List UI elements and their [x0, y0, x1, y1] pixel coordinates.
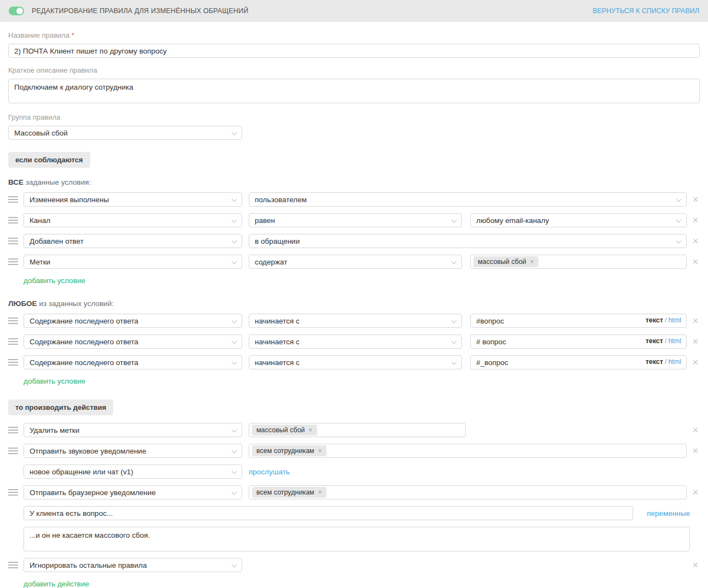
condition-value-wrap: текст/html — [470, 334, 687, 349]
select-value: пользователем — [255, 196, 307, 204]
tag-chip: массовый сбой × — [473, 256, 539, 267]
condition-field-select[interactable]: Изменения выполнены — [24, 192, 242, 207]
close-icon[interactable]: × — [691, 357, 700, 367]
drag-handle-icon[interactable] — [8, 196, 18, 203]
drag-handle-icon[interactable] — [8, 427, 18, 433]
add-condition-link[interactable]: добавить условие — [24, 377, 85, 385]
drag-handle-icon[interactable] — [8, 489, 18, 496]
select-value: любому email-каналу — [476, 216, 549, 225]
close-icon[interactable]: × — [691, 215, 700, 225]
remove-tag-icon[interactable]: × — [530, 258, 534, 266]
listen-link[interactable]: прослушать — [249, 468, 290, 476]
rule-group-select[interactable]: Массовый сбой — [8, 126, 242, 140]
close-icon[interactable]: × — [691, 195, 700, 204]
mode-text-label: текст — [646, 316, 663, 324]
condition-field-select[interactable]: Содержание последнего ответа — [24, 355, 242, 369]
drag-handle-icon[interactable] — [8, 217, 18, 224]
select-value: Отправить звуковое уведомление — [30, 447, 146, 455]
condition-row: Содержание последнего ответа начинается … — [8, 355, 700, 369]
condition-row: Содержание последнего ответа начинается … — [8, 314, 700, 328]
drag-handle-icon[interactable] — [8, 562, 18, 568]
mode-html-link[interactable]: html — [668, 337, 681, 345]
mode-text-label: текст — [646, 337, 663, 345]
action-tags-field[interactable]: массовый сбой × — [249, 423, 466, 437]
condition-row: Канал равен любому email-каналу × — [8, 213, 700, 227]
back-to-rules-link[interactable]: ВЕРНУТЬСЯ К СПИСКУ ПРАВИЛ — [593, 7, 699, 15]
close-icon[interactable]: × — [691, 487, 700, 497]
condition-operator-select[interactable]: равен — [249, 213, 462, 227]
mode-html-link[interactable]: html — [668, 358, 681, 366]
then-actions-badge: то производить действия — [8, 399, 113, 415]
condition-field-select[interactable]: Содержание последнего ответа — [24, 314, 242, 328]
select-value: начинается с — [255, 338, 300, 346]
sound-select[interactable]: новое обращение или чат (v1) — [24, 464, 242, 479]
condition-operator-select[interactable]: начинается с — [249, 334, 462, 349]
close-icon[interactable]: × — [691, 236, 700, 246]
chevron-down-icon — [676, 217, 682, 223]
close-icon[interactable]: × — [691, 446, 700, 456]
chevron-down-icon — [232, 259, 237, 264]
condition-field-select[interactable]: Метки — [24, 255, 242, 269]
drag-handle-icon[interactable] — [8, 317, 18, 324]
condition-operator-select[interactable]: начинается с — [249, 314, 462, 328]
variables-link[interactable]: переменные — [647, 509, 690, 518]
select-value: Канал — [30, 216, 50, 225]
rule-enabled-toggle[interactable] — [9, 7, 24, 15]
rule-description-textarea[interactable]: Подключаем к диалогу сотрудника — [8, 79, 700, 103]
action-row: Игнорировать остальные правила × — [8, 558, 700, 572]
chevron-down-icon — [232, 490, 237, 495]
remove-tag-icon[interactable]: × — [318, 447, 322, 455]
drag-handle-icon[interactable] — [8, 359, 18, 366]
close-icon[interactable]: × — [691, 425, 700, 435]
chevron-down-icon — [232, 448, 237, 454]
toggle-knob — [16, 8, 23, 14]
notification-title-input[interactable] — [24, 506, 633, 520]
drag-handle-icon[interactable] — [8, 338, 18, 345]
condition-value-select[interactable]: любому email-каналу — [470, 213, 687, 227]
close-icon[interactable]: × — [691, 316, 700, 326]
select-value: Содержание последнего ответа — [30, 338, 138, 346]
condition-operator-select[interactable]: пользователем — [249, 192, 687, 207]
action-row: Отправить браузерное уведомление всем со… — [8, 485, 700, 499]
tag-chip: всем сотрудникам × — [252, 445, 326, 456]
action-type-select[interactable]: Удалить метки — [24, 423, 242, 437]
mode-html-link[interactable]: html — [668, 316, 681, 324]
value-mode-switch: текст/html — [646, 358, 681, 366]
action-type-select[interactable]: Отправить звуковое уведомление — [24, 444, 242, 458]
condition-field-select[interactable]: Канал — [24, 213, 242, 227]
tag-chip: всем сотрудникам × — [252, 487, 326, 498]
action-type-select[interactable]: Игнорировать остальные правила — [24, 558, 242, 572]
remove-tag-icon[interactable]: × — [309, 426, 313, 434]
condition-operator-select[interactable]: в обращении — [249, 234, 687, 248]
select-value: начинается с — [255, 317, 300, 325]
condition-operator-select[interactable]: начинается с — [249, 355, 462, 369]
add-condition-link[interactable]: добавить условие — [24, 277, 85, 285]
remove-tag-icon[interactable]: × — [318, 489, 322, 496]
close-icon[interactable]: × — [691, 257, 700, 267]
chevron-down-icon — [676, 238, 682, 244]
action-recipients-field[interactable]: всем сотрудникам × — [249, 444, 687, 458]
close-icon[interactable]: × — [691, 337, 700, 346]
select-value: Содержание последнего ответа — [30, 358, 138, 367]
select-value: Изменения выполнены — [30, 196, 109, 204]
drag-handle-icon[interactable] — [8, 238, 18, 244]
any-conditions-heading: ЛЮБОЕ из заданных условий: — [8, 299, 700, 308]
select-value: Метки — [30, 258, 50, 266]
condition-field-select[interactable]: Добавлен ответ — [24, 234, 242, 248]
required-asterisk: * — [72, 31, 74, 39]
condition-operator-select[interactable]: содержат — [249, 255, 462, 269]
condition-tags-field[interactable]: массовый сбой × — [470, 255, 687, 269]
rule-name-input[interactable] — [8, 44, 700, 58]
chevron-down-icon — [452, 217, 457, 223]
action-type-select[interactable]: Отправить браузерное уведомление — [24, 485, 242, 499]
action-recipients-field[interactable]: всем сотрудникам × — [249, 485, 687, 499]
chevron-down-icon — [232, 217, 237, 223]
condition-field-select[interactable]: Содержание последнего ответа — [24, 334, 242, 349]
notification-body-textarea[interactable]: ...и он не касается массового сбоя. — [24, 527, 690, 551]
close-icon[interactable]: × — [691, 560, 700, 570]
drag-handle-icon[interactable] — [8, 448, 18, 454]
if-conditions-badge: если соблюдаются — [8, 152, 90, 168]
add-action-link[interactable]: добавить действие — [24, 580, 89, 588]
all-conditions-heading: ВСЕ заданные условия: — [8, 178, 700, 186]
drag-handle-icon[interactable] — [8, 258, 18, 265]
